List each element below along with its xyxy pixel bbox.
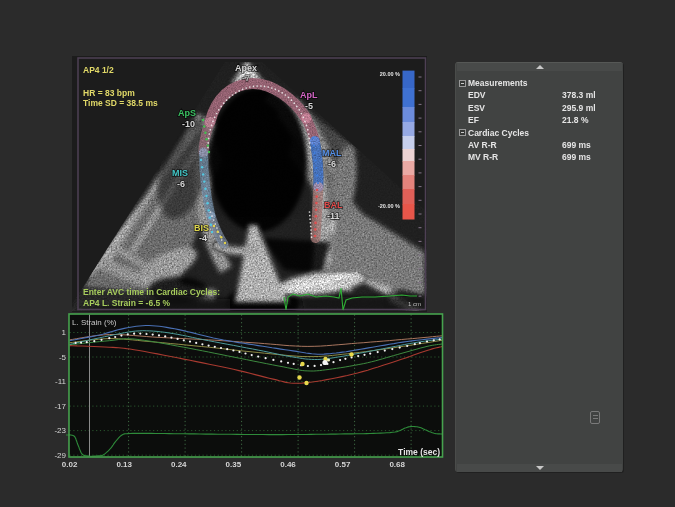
svg-text:1: 1 [62, 328, 67, 337]
svg-text:MIS: MIS [172, 168, 188, 178]
svg-text:-5: -5 [59, 353, 67, 362]
svg-text:-7: -7 [242, 73, 250, 83]
svg-text:MAL: MAL [322, 148, 342, 158]
svg-text:Time (sec): Time (sec) [398, 447, 440, 457]
svg-text:Time SD = 38.5 ms: Time SD = 38.5 ms [83, 98, 158, 108]
svg-text:HR = 83 bpm: HR = 83 bpm [83, 88, 135, 98]
svg-text:0.35: 0.35 [226, 460, 242, 469]
svg-text:-6: -6 [177, 179, 185, 189]
svg-text:0.02: 0.02 [62, 460, 78, 469]
svg-text:-6: -6 [328, 159, 336, 169]
svg-text:BAL: BAL [324, 200, 343, 210]
svg-text:-11: -11 [55, 377, 67, 386]
svg-text:ApS: ApS [178, 108, 196, 118]
svg-text:20.00 %: 20.00 % [380, 71, 400, 77]
svg-text:ApL: ApL [300, 90, 318, 100]
svg-text:AP4 1/2: AP4 1/2 [83, 65, 114, 75]
svg-text:-11: -11 [327, 211, 340, 221]
svg-text:-10: -10 [182, 119, 195, 129]
svg-text:-17: -17 [54, 402, 66, 411]
svg-text:L. Strain (%): L. Strain (%) [72, 318, 117, 327]
svg-text:0.57: 0.57 [335, 460, 351, 469]
svg-text:0.46: 0.46 [280, 460, 296, 469]
svg-text:0.24: 0.24 [171, 460, 187, 469]
svg-text:-4: -4 [199, 233, 207, 243]
svg-text:-20.00 %: -20.00 % [378, 203, 400, 209]
svg-text:Enter AVC time in Cardiac Cycl: Enter AVC time in Cardiac Cycles: [83, 287, 220, 297]
svg-text:0.68: 0.68 [389, 460, 405, 469]
svg-text:0.13: 0.13 [116, 460, 132, 469]
svg-text:Apex: Apex [235, 63, 257, 73]
svg-text:-5: -5 [305, 101, 313, 111]
svg-text:-23: -23 [54, 426, 66, 435]
svg-text:BIS: BIS [194, 223, 209, 233]
svg-text:-29: -29 [54, 451, 66, 460]
